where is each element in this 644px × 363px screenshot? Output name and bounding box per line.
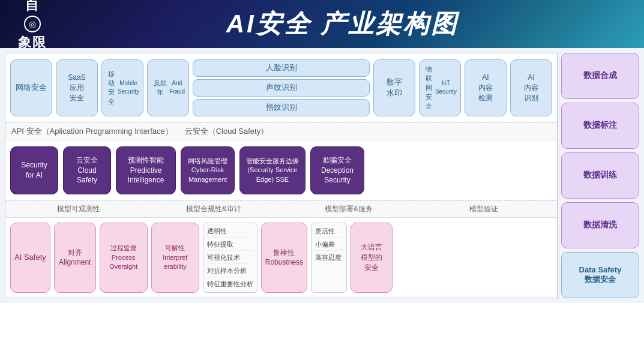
logo-top: 自 — [25, 0, 40, 14]
page-title: AI安全 产业架构图 — [59, 7, 626, 41]
transparency-item-3: 可视化技术 — [207, 252, 253, 264]
right-card-data-safety: Data Safety数据安全 — [561, 252, 639, 298]
transparency-item-1: 透明性 — [207, 226, 253, 238]
biometric-group: 人脸识别 声纹识别 指纹识别 — [193, 59, 370, 116]
logo: 自 象限 — [18, 0, 47, 48]
transparency-group: 透明性 特征提取 可视化技术 对抗样本分析 特征重要性分析 — [203, 223, 257, 293]
card-network-security: 网络 安全 — [10, 59, 52, 116]
card-robustness: 鲁棒性Robustness — [261, 223, 307, 293]
card-deception-security: 欺骗安全DeceptionSecurity — [310, 146, 364, 194]
card-fingerprint-recognition: 指纹识别 — [193, 99, 370, 116]
card-alignment: 对齐Alignment — [54, 223, 96, 293]
transparency-item-4: 对抗样本分析 — [207, 265, 253, 277]
main-content: 网络 安全 SaaS应用安全 移动安全MobileSecurity 反欺诈Ant… — [0, 48, 644, 303]
divider-api-cloud: API 安全（Aplication Programming Interface）… — [5, 123, 557, 140]
card-large-language-safety: 大语言模型的安全 — [351, 223, 393, 293]
robustness-sub-2: 小偏差 — [315, 239, 343, 251]
cloud-label: 云安全（Cloud Safety） — [185, 126, 268, 137]
robustness-sub-1: 灵活性 — [315, 226, 343, 238]
card-digital-watermark: 数字水印 — [373, 59, 415, 116]
card-mobile-security: 移动安全MobileSecurity — [101, 59, 143, 116]
card-ai-content-recognize: AI内容识别 — [510, 59, 552, 116]
transparency-item-2: 特征提取 — [207, 239, 253, 251]
left-panel: 网络 安全 SaaS应用安全 移动安全MobileSecurity 反欺诈Ant… — [5, 53, 558, 298]
transparency-item-5: 特征重要性分析 — [207, 278, 253, 290]
logo-bottom: 象限 — [18, 34, 47, 48]
card-face-recognition: 人脸识别 — [193, 59, 370, 77]
right-card-data-training: 数据训练 — [561, 152, 639, 199]
card-process-oversight: 过程监督ProcessOversight — [100, 223, 148, 293]
top-section: 网络 安全 SaaS应用安全 移动安全MobileSecurity 反欺诈Ant… — [5, 53, 557, 123]
header: 自 象限 AI安全 产业架构图 — [0, 0, 644, 48]
card-cloud-safety: 云安全CloudSafety — [63, 146, 111, 194]
mid-section: Securityfor AI 云安全CloudSafety 预测性智能Predi… — [5, 140, 557, 201]
bottom-cards-row: AI Safety 对齐Alignment 过程监督ProcessOversig… — [10, 223, 552, 293]
bottom-section: AI Safety 对齐Alignment 过程监督ProcessOversig… — [5, 218, 557, 298]
card-predictive-intelligence: 预测性智能PredictiveIntelligence — [116, 146, 176, 194]
card-saas-security: SaaS应用安全 — [56, 59, 98, 116]
robustness-sub-group: 灵活性 小偏差 高容忍度 — [311, 223, 347, 293]
right-card-data-cleaning: 数据清洗 — [561, 202, 639, 248]
card-ai-safety: AI Safety — [10, 223, 50, 293]
card-iot-security: 物联网安全IoTSecurity — [419, 59, 461, 116]
label-model-validation: 模型验证 — [416, 204, 551, 214]
robustness-sub-3: 高容忍度 — [315, 252, 343, 263]
right-card-data-labeling: 数据标注 — [561, 103, 639, 149]
label-model-observability: 模型可观测性 — [11, 204, 146, 214]
mid-cards-row: Securityfor AI 云安全CloudSafety 预测性智能Predi… — [10, 146, 552, 194]
card-sse: 智能安全服务边缘(Security ServiceEdge) SSE — [239, 146, 305, 194]
card-ai-content-detect: AI内容检测 — [465, 59, 507, 116]
top-cards-row: 网络 安全 SaaS应用安全 移动安全MobileSecurity 反欺诈Ant… — [10, 59, 552, 116]
label-model-compliance: 模型合规性&审计 — [146, 204, 281, 214]
divider-model: 模型可观测性 模型合规性&审计 模型部署&服务 模型验证 — [5, 201, 557, 218]
card-security-for-ai: Securityfor AI — [10, 146, 58, 194]
api-label: API 安全（Aplication Programming Interface） — [11, 126, 173, 137]
label-model-deployment: 模型部署&服务 — [281, 204, 417, 214]
card-interpretability: 可解性Interpreferability — [151, 223, 199, 293]
right-panel: 数据合成 数据标注 数据训练 数据清洗 Data Safety数据安全 — [561, 53, 639, 298]
logo-icon — [24, 16, 41, 32]
card-cyber-risk: 网络风险管理Cyber-RiskManagement — [181, 146, 235, 194]
card-voice-recognition: 声纹识别 — [193, 79, 370, 97]
card-anti-fraud: 反欺诈AntiFraud — [147, 59, 189, 116]
right-card-data-synthesis: 数据合成 — [561, 53, 639, 99]
